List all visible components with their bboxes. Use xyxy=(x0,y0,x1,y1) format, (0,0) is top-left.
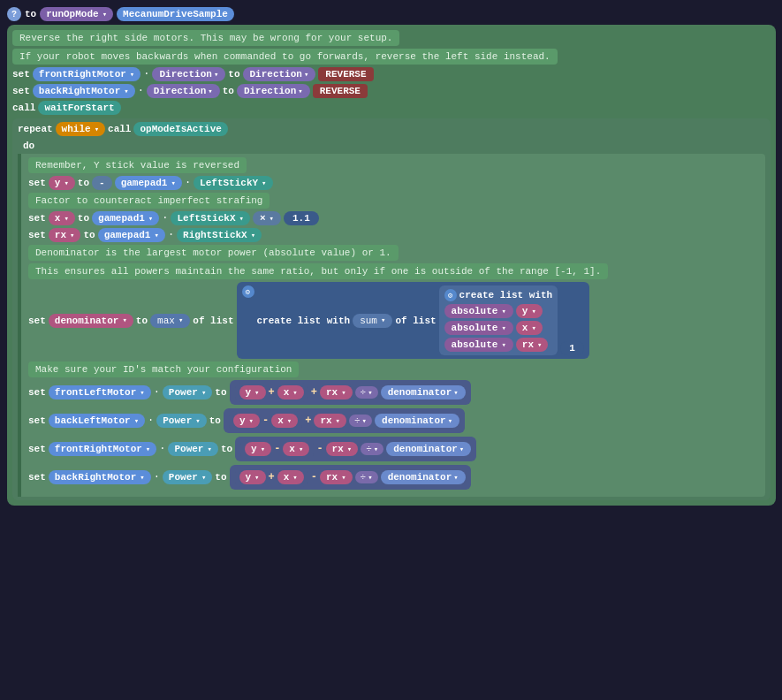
br-x[interactable]: x xyxy=(277,470,304,484)
fr-div[interactable]: ÷ xyxy=(361,443,383,455)
mult-pill[interactable]: × xyxy=(253,211,281,225)
y-var-pill[interactable]: y xyxy=(49,176,75,190)
bl-minus: - xyxy=(262,415,269,427)
sum-pill[interactable]: sum xyxy=(353,314,392,328)
bl-inner-calc: y - x xyxy=(229,411,302,430)
br-denom[interactable]: denominator xyxy=(381,470,466,484)
abs-rx-row: absolute rx xyxy=(444,338,553,352)
fl-x[interactable]: x xyxy=(277,385,304,399)
bl-x[interactable]: x xyxy=(271,414,298,428)
to-label-1: to xyxy=(228,69,239,80)
class-name-pill[interactable]: MecanumDriveSample xyxy=(117,7,234,21)
function-name-pill[interactable]: runOpMode xyxy=(40,7,113,21)
factor-pill[interactable]: 1.1 xyxy=(284,211,319,225)
abs-3-pill[interactable]: absolute xyxy=(444,338,513,352)
br-plus: + xyxy=(269,471,275,483)
bl-rx[interactable]: rx xyxy=(314,414,346,428)
back-left-motor-pill[interactable]: backLeftMotor xyxy=(49,414,145,428)
rx-var-pill[interactable]: rx xyxy=(49,228,81,242)
dot-rx: · xyxy=(168,229,174,241)
direction-val-pill-1[interactable]: Direction xyxy=(243,67,316,81)
outer-list-block: ⚙ create list with sum of list xyxy=(237,282,589,359)
header-row: ? to runOpMode MecanumDriveSample xyxy=(7,7,776,21)
fr-denom[interactable]: denominator xyxy=(386,442,471,456)
call-label-2: call xyxy=(108,124,131,134)
to-label-y: to xyxy=(78,178,89,188)
back-right-motor-pill-1[interactable]: backRightMotor xyxy=(33,84,135,98)
direction-val-pill-2[interactable]: Direction xyxy=(237,84,310,98)
x-abs-pill[interactable]: x xyxy=(516,321,543,335)
num-1-pill[interactable]: 1 xyxy=(560,341,584,355)
comment-remember-y: Remember, Y stick value is reversed xyxy=(28,157,247,173)
br-rx[interactable]: rx xyxy=(320,470,353,484)
set-label-1: set xyxy=(12,69,30,80)
neg-block[interactable]: - xyxy=(92,176,112,190)
set-fll: set xyxy=(28,387,46,398)
front-left-motor-pill[interactable]: frontLeftMotor xyxy=(49,385,151,399)
dot-fll: · xyxy=(154,386,160,399)
set-label-2: set xyxy=(12,86,30,96)
set-y-block: set y to - gamepad1 · LeftStickY xyxy=(28,176,762,190)
power-pill-fl[interactable]: Power xyxy=(163,385,212,399)
comment-if-backwards: If your robot moves backwards when comma… xyxy=(12,49,558,65)
wait-for-start-pill[interactable]: waitForStart xyxy=(38,101,120,115)
left-stick-y-pill[interactable]: LeftStickY xyxy=(194,176,272,190)
repeat-while-row: repeat while call opModeIsActive xyxy=(18,122,765,136)
br-calc-group: y + x - rx ÷ denominator xyxy=(230,465,471,490)
fr-minus2: - xyxy=(316,443,323,455)
br-div[interactable]: ÷ xyxy=(355,471,378,483)
power-pill-br[interactable]: Power xyxy=(163,470,212,484)
bl-plus2: + xyxy=(305,415,311,427)
x-var-pill[interactable]: x xyxy=(49,211,75,225)
bl-y[interactable]: y xyxy=(233,414,260,428)
bl-denom[interactable]: denominator xyxy=(375,414,459,428)
reverse-pill-2[interactable]: REVERSE xyxy=(313,84,368,98)
y-abs-pill[interactable]: y xyxy=(516,304,543,318)
gamepad1-x-pill[interactable]: gamepad1 xyxy=(92,211,159,225)
fl-div[interactable]: ÷ xyxy=(355,386,378,399)
abs-1-pill[interactable]: absolute xyxy=(444,304,513,318)
denom-var-pill[interactable]: denominator xyxy=(49,314,133,328)
rx-abs-pill[interactable]: rx xyxy=(516,338,549,352)
direction-pill-2[interactable]: Direction xyxy=(147,84,220,98)
fl-inner-calc: y + x xyxy=(235,383,308,402)
fr-x[interactable]: x xyxy=(283,442,309,456)
br-y[interactable]: y xyxy=(239,470,266,484)
fr-minus: - xyxy=(274,443,280,455)
left-stick-x-pill[interactable]: LeftStickX xyxy=(171,211,249,225)
br-inner-calc: y + x xyxy=(235,468,308,487)
set-rx-block: set rx to gamepad1 · RightStickX xyxy=(28,228,762,242)
abs-2-pill[interactable]: absolute xyxy=(444,321,513,335)
gear-icon-2[interactable]: ⚙ xyxy=(444,289,457,301)
op-mode-active-pill[interactable]: opModeIsActive xyxy=(133,122,227,136)
max-pill[interactable]: max xyxy=(150,314,190,328)
do-block: Remember, Y stick value is reversed set … xyxy=(18,154,765,497)
front-right-motor-pill-2[interactable]: frontRightMotor xyxy=(49,442,156,456)
direction-pill-1[interactable]: Direction xyxy=(152,67,225,81)
do-label: do xyxy=(23,141,34,151)
fl-plus: + xyxy=(269,386,275,399)
set-back-left-power: set backLeftMotor · Power to y - x + xyxy=(28,408,762,433)
fl-denom[interactable]: denominator xyxy=(381,385,466,399)
power-pill-fr[interactable]: Power xyxy=(168,442,217,456)
while-pill[interactable]: while xyxy=(56,122,105,136)
power-pill-bl[interactable]: Power xyxy=(156,414,206,428)
fl-y[interactable]: y xyxy=(239,385,266,399)
fl-plus2: + xyxy=(311,386,317,399)
fl-rx[interactable]: rx xyxy=(320,385,353,399)
to-fll: to xyxy=(215,387,226,398)
set-bll: set xyxy=(28,415,46,426)
fr-rx[interactable]: rx xyxy=(326,442,359,456)
front-right-motor-pill-1[interactable]: frontRightMotor xyxy=(33,67,140,81)
bl-div[interactable]: ÷ xyxy=(349,415,372,427)
gamepad1-y-pill[interactable]: gamepad1 xyxy=(115,176,182,190)
fr-y[interactable]: y xyxy=(245,442,271,456)
to-label-2: to xyxy=(223,86,234,96)
gear-icon-1[interactable]: ⚙ xyxy=(242,285,254,298)
dot-x: · xyxy=(162,212,168,224)
neg-symbol: - xyxy=(99,178,105,188)
right-stick-x-pill[interactable]: RightStickX xyxy=(177,228,262,242)
gamepad1-rx-pill[interactable]: gamepad1 xyxy=(98,228,165,242)
back-right-motor-pill-2[interactable]: backRightMotor xyxy=(49,470,151,484)
reverse-pill-1[interactable]: REVERSE xyxy=(318,67,373,81)
